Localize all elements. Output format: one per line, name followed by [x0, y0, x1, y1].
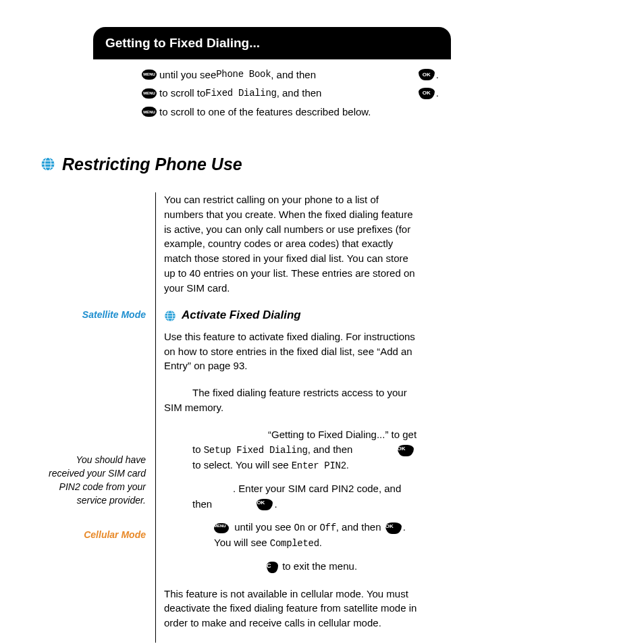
ok-icon: OK: [419, 69, 435, 80]
step-text: or: [305, 521, 320, 533]
nav-text: to scroll to: [159, 86, 205, 101]
nav-text: to scroll to one of the features describ…: [159, 105, 371, 119]
nav-text: , and then: [271, 68, 316, 82]
main-column: You can restrict calling on your phone t…: [155, 192, 417, 643]
period: .: [346, 459, 349, 471]
nav-box-title: Getting to Fixed Dialing...: [93, 27, 451, 59]
step-mono: Completed: [270, 538, 319, 549]
nav-line-1: MENU until you see Phone Book , and then…: [142, 68, 439, 82]
step-text: , and then: [336, 521, 384, 533]
step-mono: On: [294, 522, 305, 533]
step-text: to select. You will see: [192, 459, 292, 471]
sub-heading-row: Activate Fixed Dialing: [164, 307, 417, 324]
globe-icon: [41, 157, 55, 171]
side-column: Satellite Mode You should have received …: [41, 192, 146, 643]
step-text: . Enter your SIM card PIN2 code, and the…: [192, 483, 401, 510]
sat-para-1: Use this feature to activate fixed diali…: [164, 329, 417, 373]
menu-icon: MENU: [142, 70, 157, 80]
nav-line-2: MENU to scroll to Fixed Dialing , and th…: [142, 86, 439, 101]
cell-para: This feature is not available in cellula…: [164, 587, 417, 630]
menu-icon: MENU: [142, 88, 157, 99]
sub-heading: Activate Fixed Dialing: [182, 307, 301, 324]
period: .: [319, 537, 322, 548]
ok-icon: OK: [419, 88, 435, 99]
main-heading-row: Restricting Phone Use: [41, 152, 603, 176]
step-2: . Enter your SIM card PIN2 code, and the…: [164, 481, 417, 512]
content-row: Satellite Mode You should have received …: [41, 192, 603, 643]
nav-box: Getting to Fixed Dialing... MENU until y…: [93, 27, 451, 134]
step-text: to exit the menu.: [279, 560, 357, 572]
step-text: , and then: [308, 444, 356, 455]
step-mono: Off: [319, 522, 336, 533]
ok-icon: OK: [257, 499, 273, 510]
page-heading: Restricting Phone Use: [62, 152, 242, 176]
step-text: until you see: [232, 521, 294, 533]
ok-icon: OK: [385, 522, 402, 534]
step-3: MENU until you see On or Off, and then O…: [164, 520, 417, 551]
satellite-mode-label: Satellite Mode: [41, 308, 146, 321]
menu-icon: MENU: [214, 523, 229, 533]
nav-line-3: MENU to scroll to one of the features de…: [142, 105, 439, 119]
globe-icon: [164, 310, 176, 322]
nav-text: until you see: [159, 68, 216, 82]
step-1: “Getting to Fixed Dialing...” to get to …: [164, 427, 417, 474]
c-icon: C: [267, 562, 278, 573]
ok-icon: OK: [398, 445, 414, 456]
step-mono: Setup Fixed Dialing: [204, 445, 308, 456]
menu-icon: MENU: [142, 107, 157, 117]
period: .: [436, 86, 439, 101]
period: .: [436, 68, 439, 82]
step-mono: Enter PIN2: [292, 460, 346, 471]
nav-mono-text: Phone Book: [216, 68, 271, 81]
nav-mono-text: Fixed Dialing: [205, 86, 276, 100]
tip-note: You should have received your SIM card P…: [41, 454, 146, 508]
cellular-mode-label: Cellular Mode: [41, 528, 146, 541]
nav-box-body: MENU until you see Phone Book , and then…: [93, 59, 451, 134]
nav-text: , and then: [277, 86, 322, 101]
period: .: [274, 498, 277, 510]
intro-paragraph: You can restrict calling on your phone t…: [164, 192, 417, 295]
sat-para-2: The fixed dialing feature restricts acce…: [164, 385, 417, 415]
step-4: C to exit the menu.: [164, 559, 417, 574]
